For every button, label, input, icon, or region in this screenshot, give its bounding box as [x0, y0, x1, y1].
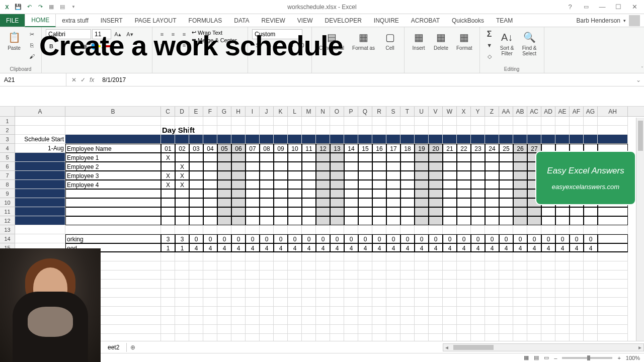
cell-F9[interactable]	[203, 189, 217, 198]
cell-N15[interactable]: 4	[316, 243, 330, 252]
cell-U22[interactable]	[415, 307, 429, 316]
cell-D6[interactable]: X	[175, 162, 189, 171]
cell-N20[interactable]	[316, 289, 330, 298]
cell-AA12[interactable]	[499, 216, 513, 225]
cell-V4[interactable]: 20	[429, 144, 443, 153]
cell-O7[interactable]	[330, 171, 344, 180]
cell-AD14[interactable]: 0	[541, 234, 555, 243]
cell-AG12[interactable]	[584, 216, 598, 225]
cell-M22[interactable]	[302, 307, 316, 316]
cell-A3[interactable]: Schedule Start	[15, 135, 65, 144]
row-header-8[interactable]: 8	[0, 180, 15, 189]
cell-R21[interactable]	[372, 298, 386, 307]
cell-A9[interactable]	[15, 189, 65, 198]
cell-Y14[interactable]: 0	[471, 234, 485, 243]
cell-A12[interactable]	[15, 216, 65, 225]
cell-D9[interactable]	[175, 189, 189, 198]
cell-Q20[interactable]	[358, 289, 372, 298]
cell-AG15[interactable]: 4	[584, 243, 598, 252]
cell-AG16[interactable]	[584, 252, 598, 261]
cell-AE1[interactable]	[555, 117, 570, 126]
cell-K14[interactable]: 0	[274, 234, 288, 243]
cell-G17[interactable]	[217, 261, 231, 270]
cell-K3[interactable]	[274, 135, 288, 144]
cell-N13[interactable]	[316, 225, 330, 234]
cell-W24[interactable]	[443, 325, 457, 334]
cell-W20[interactable]	[443, 289, 457, 298]
cell-Y10[interactable]	[471, 198, 485, 207]
cell-D10[interactable]	[175, 198, 189, 207]
cell-E20[interactable]	[189, 289, 203, 298]
cell-G10[interactable]	[217, 198, 231, 207]
cell-D4[interactable]: 02	[175, 144, 189, 153]
cell-P6[interactable]	[344, 162, 358, 171]
cell-V1[interactable]	[429, 117, 443, 126]
cell-D12[interactable]	[175, 216, 189, 225]
cell-R12[interactable]	[372, 216, 386, 225]
cell-Y20[interactable]	[471, 289, 485, 298]
cell-X23[interactable]	[457, 316, 471, 325]
cell-W22[interactable]	[443, 307, 457, 316]
cell-P9[interactable]	[344, 189, 358, 198]
cell-J6[interactable]	[260, 162, 274, 171]
col-header-T[interactable]: T	[400, 107, 415, 116]
cell-C6[interactable]	[161, 162, 175, 171]
cell-L9[interactable]	[288, 189, 302, 198]
cell-J22[interactable]	[260, 307, 274, 316]
cell-D24[interactable]	[175, 325, 189, 334]
cell-M4[interactable]: 11	[302, 144, 316, 153]
cell-AC22[interactable]	[527, 307, 541, 316]
col-header-D[interactable]: D	[175, 107, 189, 116]
cell-AG22[interactable]	[584, 307, 598, 316]
col-header-AD[interactable]: AD	[541, 107, 555, 116]
cell-S18[interactable]	[386, 270, 400, 280]
cell-M3[interactable]	[302, 135, 316, 144]
qat-dropdown-icon[interactable]: ▼	[69, 3, 77, 11]
cell-B5[interactable]: Employee 1	[65, 153, 161, 162]
cell-AH19[interactable]	[598, 280, 628, 289]
cell-O16[interactable]	[330, 252, 344, 261]
cell-U17[interactable]	[415, 261, 429, 270]
cell-B14[interactable]: orking	[65, 234, 161, 243]
cell-AC12[interactable]	[527, 216, 541, 225]
cell-P20[interactable]	[344, 289, 358, 298]
cell-B6[interactable]: Employee 2	[65, 162, 161, 171]
cell-D18[interactable]	[175, 270, 189, 280]
cell-I1[interactable]	[246, 117, 260, 126]
cell-P16[interactable]	[344, 252, 358, 261]
cell-Q13[interactable]	[358, 225, 372, 234]
cell-AC1[interactable]	[527, 117, 541, 126]
cell-X12[interactable]	[457, 216, 471, 225]
cell-AH12[interactable]	[598, 216, 628, 225]
cell-N23[interactable]	[316, 316, 330, 325]
cell-L14[interactable]: 0	[288, 234, 302, 243]
cell-S1[interactable]	[386, 117, 400, 126]
cell-L15[interactable]: 4	[288, 243, 302, 252]
cell-Z22[interactable]	[485, 307, 499, 316]
view-layout-icon[interactable]: ▤	[534, 354, 539, 361]
cell-C23[interactable]	[161, 316, 175, 325]
cell-F17[interactable]	[203, 261, 217, 270]
cell-I5[interactable]	[246, 153, 260, 162]
cell-L21[interactable]	[288, 298, 302, 307]
cell-S7[interactable]	[386, 171, 400, 180]
cell-X13[interactable]	[457, 225, 471, 234]
cell-O20[interactable]	[330, 289, 344, 298]
cell-Q14[interactable]: 0	[358, 234, 372, 243]
cell-H2[interactable]	[231, 126, 246, 135]
cell-D7[interactable]: X	[175, 171, 189, 180]
cell-T24[interactable]	[400, 325, 415, 334]
cell-I11[interactable]	[246, 207, 260, 216]
cell-B7[interactable]: Employee 3	[65, 171, 161, 180]
cell-AB9[interactable]	[513, 189, 527, 198]
cell-W23[interactable]	[443, 316, 457, 325]
cell-K6[interactable]	[274, 162, 288, 171]
cell-AC2[interactable]	[527, 126, 541, 135]
cell-AC23[interactable]	[527, 316, 541, 325]
cell-H5[interactable]	[231, 153, 246, 162]
cell-T2[interactable]	[400, 126, 415, 135]
redo-icon[interactable]: ↷	[36, 3, 44, 11]
col-header-AH[interactable]: AH	[598, 107, 628, 116]
cell-E24[interactable]	[189, 325, 203, 334]
cell-Y16[interactable]	[471, 252, 485, 261]
